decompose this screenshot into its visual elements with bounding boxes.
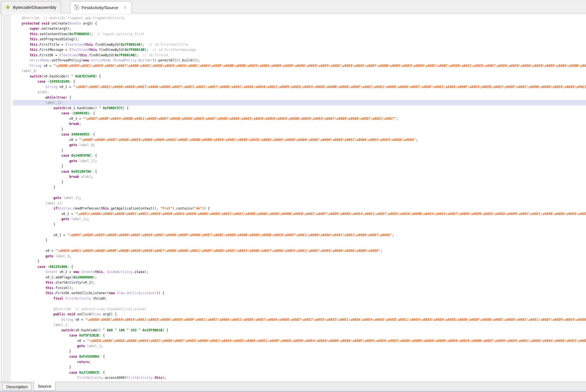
code-line: this.finish(); bbox=[13, 285, 586, 291]
code-line: case -1595910100: { bbox=[13, 79, 586, 84]
editor-gutter bbox=[3, 14, 11, 382]
code-line: this.FirstOk = (TextView)this.findViewBy… bbox=[13, 53, 586, 58]
code-line: return; bbox=[13, 359, 586, 365]
code-line: while(true) { bbox=[13, 95, 586, 100]
code-line: v0_2.addFlags(0x10000000); bbox=[13, 275, 586, 280]
code-line: public void onClick(View arg5) { bbox=[13, 312, 586, 317]
panel-left-border bbox=[1, 13, 1, 391]
code-line: } bbox=[13, 180, 586, 185]
code-line bbox=[13, 301, 586, 307]
code-line: case 0xF5F32B2B: { bbox=[13, 333, 586, 338]
tab-bytecode-disassembly[interactable]: Bytecode/Disassembly bbox=[1, 1, 61, 13]
code-line: } bbox=[13, 238, 586, 243]
top-tab-bar: Bytecode/Disassembly J FirstActivity/Sou… bbox=[0, 0, 586, 13]
code-line: case 0x248E5FBC: { bbox=[13, 153, 586, 158]
code-line: case 349840993: { bbox=[13, 132, 586, 137]
code-line: v0 = "\u06DF\u06DA\u06D7\u06D6\u06E8\u06… bbox=[13, 137, 586, 143]
code-line: @Override // androidx.fragment.app.Fragm… bbox=[13, 15, 586, 21]
tab-label: Source bbox=[38, 384, 52, 389]
code-line: } bbox=[13, 349, 586, 354]
code-line: this.FirstMessage = (TextView)this.findV… bbox=[13, 47, 586, 53]
code-editor[interactable]: @Override // androidx.fragment.app.Fragm… bbox=[13, 15, 586, 382]
tab-label: FirstActivity/Source bbox=[82, 5, 118, 10]
code-line: label_11: bbox=[13, 100, 586, 106]
code-line: label_1: bbox=[13, 322, 586, 328]
code-line bbox=[13, 227, 586, 232]
code-line: } bbox=[13, 127, 586, 132]
code-line: super.onCreate(arg5); bbox=[13, 26, 586, 31]
code-line: String v0 = "\u06D8\u06DC\u06E0\u06E4\u0… bbox=[13, 317, 586, 323]
code-line: case -692291006: { bbox=[13, 264, 586, 270]
code-line: goto label_17; bbox=[13, 158, 586, 164]
code-line: this.FirstTitle = (TextView)this.findVie… bbox=[13, 42, 586, 47]
code-line: switch(v0.hashCode() ^ 0xB7EC54FB) { bbox=[13, 74, 586, 79]
code-line: case 0x2726D6C9: { bbox=[13, 370, 586, 375]
editor-top-border bbox=[0, 14, 586, 14]
code-line: goto label_11; bbox=[13, 195, 586, 201]
code-line: v0_1 = "\u06D7\u06DF\u06E4\u06DB\u06E1\u… bbox=[13, 116, 586, 122]
code-line: FirstActivity.access$000(FirstActivity.t… bbox=[13, 375, 586, 381]
code-line bbox=[13, 243, 586, 248]
tab-firstactivity-source[interactable]: J FirstActivity/Source ✕ bbox=[70, 1, 132, 13]
android-robot-icon bbox=[5, 5, 10, 10]
bottom-tab-bar: Description Source bbox=[0, 382, 586, 392]
code-line: case -19080381: { bbox=[13, 111, 586, 116]
code-lines: @Override // androidx.fragment.app.Fragm… bbox=[13, 15, 586, 381]
code-line: if(Extras.readPrefences(this.getApplicat… bbox=[13, 206, 586, 211]
code-line: label_8: bbox=[13, 68, 586, 74]
code-line: } bbox=[13, 222, 586, 227]
window-bottom-edge bbox=[0, 391, 586, 392]
code-line: final FirstActivity this$0; bbox=[13, 296, 586, 301]
code-line: goto label_8; bbox=[13, 254, 586, 259]
tab-source[interactable]: Source bbox=[34, 382, 56, 391]
close-icon[interactable]: ✕ bbox=[123, 5, 127, 10]
code-line: alab1: bbox=[13, 89, 586, 95]
code-line: v0_1 = "\u06EC\u06D8\u06E5\u06D8\u06D8\u… bbox=[13, 232, 586, 238]
code-line: StrictMode.setThreadPolicy(new StrictMod… bbox=[13, 58, 586, 63]
code-line: switch(v0_1.hashCode() ^ 0xF0B8C37C) { bbox=[13, 106, 586, 111]
code-line: protected void onCreate(Bundle arg5) { bbox=[13, 21, 586, 26]
code-line: } bbox=[13, 365, 586, 370]
code-line: Intent v0_2 = new Intent(this, GuideActi… bbox=[13, 269, 586, 275]
code-line: break alab1; bbox=[13, 174, 586, 180]
code-line: this.setProgressDialog(); bbox=[13, 37, 586, 42]
code-line: @Override // android.view.View$OnClickLi… bbox=[13, 307, 586, 312]
code-line: goto label_1; bbox=[13, 343, 586, 349]
code-line: goto label_8; bbox=[13, 142, 586, 148]
tab-label: Bytecode/Disassembly bbox=[13, 5, 56, 10]
code-line: case 0x651D478A: { bbox=[13, 169, 586, 174]
code-line: v0 = "\u06EB\u06DC\u06DA\u06D6\u06E4\u06… bbox=[13, 338, 586, 344]
code-line: this.setContentView(0x7F0B0058); // layo… bbox=[13, 31, 586, 37]
code-line: break; bbox=[13, 121, 586, 127]
java-source-file-icon: J bbox=[75, 5, 79, 10]
tab-description[interactable]: Description bbox=[2, 383, 32, 390]
code-line: String v0_1 = "\u06D7\u06DC\u06E1\u06D8\… bbox=[13, 84, 586, 90]
code-line: } bbox=[13, 148, 586, 153]
code-line: String v0 = "\u06DB\u06E0\u06E1\u06E8\u0… bbox=[13, 63, 586, 69]
code-line: v0 = "\u06E8\u06E1\u06E8\u06D8\u06DF\u06… bbox=[13, 248, 586, 254]
code-line bbox=[13, 190, 586, 196]
code-line: case 0xFA5580D4: { bbox=[13, 354, 586, 359]
code-line: this.startActivity(v0_2); bbox=[13, 280, 586, 285]
code-line: label_17: bbox=[13, 201, 586, 206]
code-line: } bbox=[13, 259, 586, 264]
tab-label: Description bbox=[6, 384, 28, 389]
code-line: this.FirstOk.setOnClickListener(new View… bbox=[13, 290, 586, 296]
code-line: goto label_11; bbox=[13, 216, 586, 222]
code-line: v0_1 = "\u06E1\u06D6\u06D8\u06D8\u06EC\u… bbox=[13, 211, 586, 217]
code-line: switch(v0.hashCode() ^ 660 ^ 180 ^ 293 ^… bbox=[13, 328, 586, 333]
code-line: } bbox=[13, 185, 586, 190]
code-line: } bbox=[13, 164, 586, 169]
